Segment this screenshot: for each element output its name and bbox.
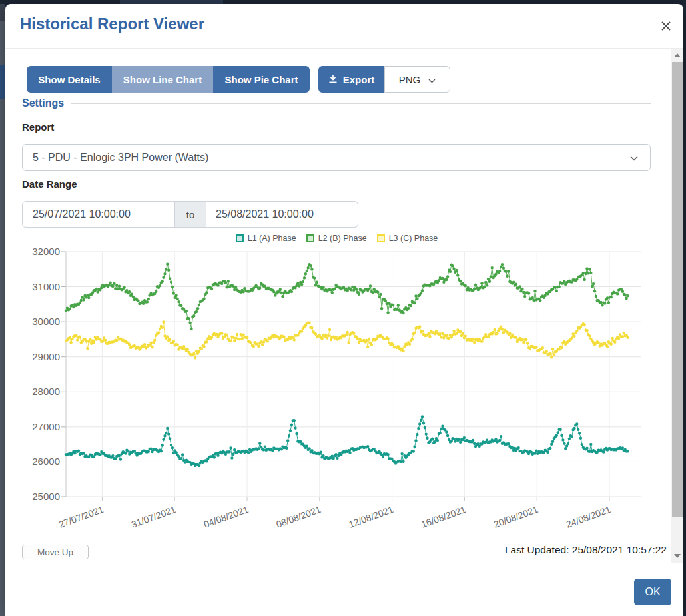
scrollbar-down-arrow-icon[interactable]	[671, 551, 683, 561]
date-range-separator: to	[174, 201, 206, 228]
svg-text:29000: 29000	[32, 351, 60, 362]
svg-text:28000: 28000	[32, 386, 60, 397]
scrollbar[interactable]	[671, 49, 683, 563]
backdrop-right-edge	[683, 0, 686, 616]
backdrop-left-dark	[0, 4, 5, 21]
show-line-chart-button[interactable]: Show Line Chart	[112, 66, 213, 93]
svg-text:12/08/2021: 12/08/2021	[347, 504, 395, 530]
close-icon	[660, 20, 672, 34]
modal-footer: OK	[5, 563, 683, 616]
export-label: Export	[343, 74, 375, 85]
ok-button[interactable]: OK	[634, 579, 671, 605]
chevron-down-icon	[428, 74, 436, 85]
modal-title: Historical Report Viewer	[20, 15, 204, 33]
svg-text:08/08/2021: 08/08/2021	[275, 504, 323, 530]
report-label: Report	[22, 121, 54, 133]
chevron-down-icon	[630, 152, 638, 164]
svg-text:04/08/2021: 04/08/2021	[202, 504, 250, 530]
date-from-input[interactable]	[22, 201, 174, 228]
close-button[interactable]	[657, 17, 675, 36]
last-updated-text: Last Updated: 25/08/2021 10:57:22	[505, 544, 667, 556]
scrollbar-up-arrow-icon[interactable]	[671, 50, 683, 61]
download-icon	[328, 74, 338, 85]
date-range-label: Date Range	[22, 178, 77, 190]
export-button[interactable]: Export	[318, 66, 384, 93]
svg-text:27/07/2021: 27/07/2021	[57, 504, 105, 530]
report-select-value: 5 - PDU - Enlogic 3PH Power (Watts)	[33, 152, 630, 164]
svg-text:30000: 30000	[32, 316, 60, 327]
report-select[interactable]: 5 - PDU - Enlogic 3PH Power (Watts)	[22, 144, 651, 171]
svg-text:32000: 32000	[32, 246, 60, 257]
line-chart-svg: 3200031000300002900028000270002600025000…	[22, 230, 651, 539]
svg-text:20/08/2021: 20/08/2021	[492, 504, 540, 530]
show-details-button[interactable]: Show Details	[27, 66, 112, 93]
move-up-button[interactable]: Move Up	[22, 545, 89, 559]
svg-text:25000: 25000	[32, 491, 60, 502]
svg-text:16/08/2021: 16/08/2021	[420, 504, 468, 530]
export-format-select[interactable]: PNG	[384, 66, 450, 93]
scrollbar-thumb[interactable]	[672, 62, 683, 517]
date-to-input[interactable]	[206, 201, 358, 228]
historical-report-viewer-modal: Historical Report Viewer Show Details Sh…	[5, 4, 683, 616]
line-chart: 3200031000300002900028000270002600025000…	[22, 230, 651, 539]
settings-divider	[71, 103, 651, 104]
header-divider	[5, 48, 683, 49]
svg-text:24/08/2021: 24/08/2021	[565, 504, 613, 530]
settings-heading: Settings	[22, 97, 64, 109]
settings-section-header: Settings	[22, 97, 651, 109]
svg-text:27000: 27000	[32, 421, 60, 432]
svg-text:31/07/2021: 31/07/2021	[130, 504, 178, 530]
show-pie-chart-button[interactable]: Show Pie Chart	[213, 66, 310, 93]
backdrop-left-blue	[0, 65, 5, 99]
svg-text:26000: 26000	[32, 456, 60, 467]
screen: Historical Report Viewer Show Details Sh…	[0, 0, 686, 616]
svg-text:31000: 31000	[32, 281, 60, 292]
export-format-value: PNG	[399, 74, 421, 85]
